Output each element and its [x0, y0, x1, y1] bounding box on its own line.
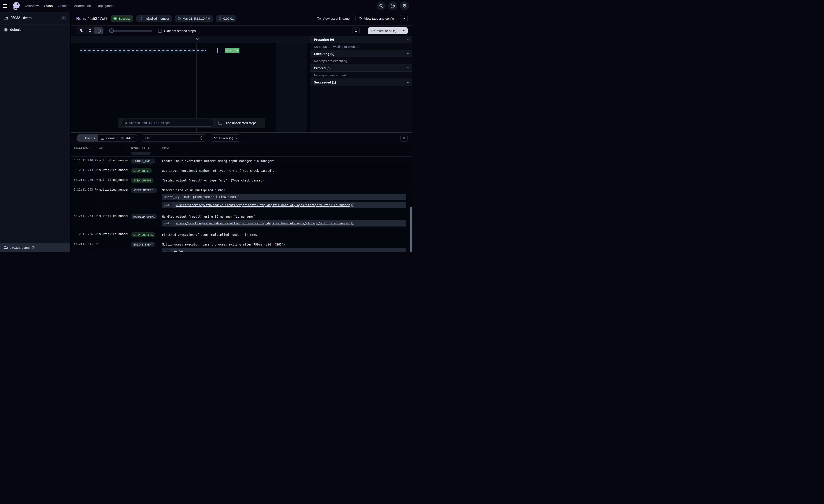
event-timestamp: 5:12:11.263 PM: [71, 212, 96, 230]
section-succeeded-header[interactable]: Succeeded (1) ▸: [310, 79, 412, 86]
success-check-icon: [113, 17, 117, 20]
help-button[interactable]: [388, 1, 397, 10]
flat-view-icon: [80, 29, 83, 32]
gantt-canvas: multiplied_number Hide unselected steps: [71, 43, 310, 132]
log-filter-field[interactable]: [141, 134, 206, 142]
app-root: Overview Runs Assets Automation Deployme…: [0, 0, 412, 252]
event-type-tag: LOADED_INPUT: [131, 158, 155, 163]
metadata-label: pid: [162, 248, 172, 252]
view-tags-config-label: View tags and config: [364, 17, 394, 20]
caret-down-icon: ▾: [407, 52, 409, 55]
refresh-icon[interactable]: ⟳: [32, 246, 35, 249]
hide-unselected-checkbox[interactable]: Hide unselected steps: [218, 121, 256, 125]
event-op: multiplied_number: [96, 157, 128, 166]
breadcrumb-runs-link[interactable]: Runs: [76, 16, 86, 21]
step-search-field[interactable]: [121, 119, 215, 127]
nav-item-assets[interactable]: Assets: [58, 4, 69, 8]
asset-chip-label: multiplied_number: [144, 17, 169, 20]
view-tags-config-button[interactable]: View tags and config: [355, 15, 397, 22]
slider-track[interactable]: [109, 30, 152, 32]
duration-chip: 0:00:01: [216, 15, 236, 22]
reexecute-all-button[interactable]: Re-execute all (*): [368, 27, 400, 34]
search-button[interactable]: [377, 1, 386, 10]
gantt-step-bar[interactable]: multiplied_number: [225, 48, 239, 53]
levels-dropdown-button[interactable]: Levels (5): [211, 134, 240, 142]
path-link[interactable]: /Users/smackesey/stm/code/elementl/exper…: [176, 222, 350, 225]
funnel-icon: [214, 137, 217, 139]
events-expand-toggle-button[interactable]: [400, 135, 408, 142]
sidebar-footer[interactable]: 250321-dvers ⟳: [0, 243, 70, 252]
copy-icon[interactable]: [351, 204, 354, 207]
section-preparing-body: No steps are waiting to execute: [310, 43, 412, 50]
log-tabs: Events stdout stderr: [77, 134, 137, 142]
nav-item-overview[interactable]: Overview: [25, 4, 39, 8]
hide-not-started-checkbox[interactable]: Hide not started steps: [158, 29, 196, 33]
view-asset-link[interactable]: View Asset: [219, 195, 236, 199]
step-search-input[interactable]: [129, 121, 212, 125]
warning-icon: [121, 136, 124, 139]
stopwatch-icon: [97, 29, 101, 33]
sidebar-item-code-location[interactable]: 250321-dvers 1: [0, 12, 70, 24]
gantt-view-mode-group: [77, 27, 103, 34]
view-mode-flat-button[interactable]: [77, 27, 86, 34]
dagster-logo[interactable]: [12, 2, 21, 10]
hamburger-menu-icon[interactable]: [3, 3, 9, 9]
caret-down-icon: ▼: [403, 29, 405, 32]
gantt-zoom-slider[interactable]: [109, 28, 152, 33]
dependency-tick: [217, 48, 218, 53]
slider-knob[interactable]: [109, 28, 114, 33]
event-info-cell: [159, 152, 412, 156]
clear-filter-icon[interactable]: [200, 136, 203, 140]
timeline-tick-label: 0.5s: [194, 37, 199, 41]
event-metadata: path/Users/smackesey/stm/code/elementl/e…: [162, 220, 406, 227]
section-preparing-header[interactable]: Preparing (0) ▾: [310, 36, 412, 43]
settings-button[interactable]: ⚙: [400, 1, 409, 10]
tab-stdout[interactable]: stdout: [98, 135, 118, 141]
run-header-more-button[interactable]: [400, 15, 408, 22]
metadata-label: asset_key: [162, 194, 182, 200]
view-asset-lineage-label: View asset lineage: [323, 17, 350, 20]
events-table-header: TIMESTAMP OP EVENT TYPE INFO: [71, 143, 412, 152]
job-icon: [4, 28, 8, 31]
section-errored-header[interactable]: Errored (0) ▾: [310, 65, 412, 72]
view-asset-lineage-button[interactable]: View asset lineage: [314, 15, 353, 22]
log-filter-input[interactable]: [144, 136, 198, 140]
event-type-cell: LOADED_INPUT: [128, 157, 159, 166]
tab-events-label: Events: [85, 136, 95, 140]
event-op: multiplied_number: [96, 176, 128, 185]
asset-chip[interactable]: multiplied_number: [136, 15, 172, 22]
section-title: Succeeded (1): [314, 81, 336, 84]
path-link[interactable]: /Users/smackesey/stm/code/elementl/exper…: [176, 203, 350, 207]
tab-events[interactable]: Events: [77, 135, 98, 141]
section-executing-body: No steps are executing: [310, 57, 412, 65]
col-timestamp: TIMESTAMP: [71, 143, 96, 152]
reexecute-dropdown-button[interactable]: ▼: [400, 27, 408, 34]
folder-icon: [4, 16, 8, 20]
view-mode-waterfall-button[interactable]: [86, 27, 95, 34]
asset-grid-icon: [139, 17, 142, 20]
gantt-expand-toggle-button[interactable]: [352, 27, 359, 34]
section-executing-header[interactable]: Executing (0) ▾: [310, 50, 412, 57]
event-op: multiplied_number: [96, 212, 128, 230]
metadata-label: path: [162, 202, 174, 208]
event-type-tag: STEP_OUTPUT: [131, 178, 153, 183]
start-time-label: Mar 21, 5:12:10 PM: [183, 17, 210, 20]
metadata-row: path/Users/smackesey/stm/code/elementl/e…: [162, 220, 406, 227]
section-errored-body: No steps have errored: [310, 72, 412, 79]
nav-item-runs[interactable]: Runs: [44, 4, 53, 8]
vertical-scrollbar-thumb[interactable]: [410, 207, 412, 252]
list-icon: [80, 137, 83, 139]
code-location-label: 250321-dvers: [10, 16, 32, 20]
view-mode-timed-button[interactable]: [95, 27, 103, 34]
sidebar-item-job-default[interactable]: default: [0, 24, 70, 35]
metadata-row: asset_keymultiplied_number[View Asset]: [162, 194, 406, 200]
tab-stderr[interactable]: stderr: [118, 135, 137, 141]
event-row: 5:12:11.240 PM multiplied_number LOADED_…: [71, 157, 412, 166]
nav-item-deployment[interactable]: Deployment: [97, 4, 114, 8]
copy-icon[interactable]: [351, 222, 354, 225]
event-info-cell: Yielded output "result" of type "Any". (…: [159, 176, 412, 185]
event-info-cell: Finished execution of step "multiplied_n…: [159, 230, 412, 240]
nav-item-automation[interactable]: Automation: [74, 4, 91, 8]
event-row: 5:12:11.253 PM multiplied_number ASSET_M…: [71, 186, 412, 212]
event-row: 5:12:11.243 PM multiplied_number STEP_IN…: [71, 166, 412, 176]
